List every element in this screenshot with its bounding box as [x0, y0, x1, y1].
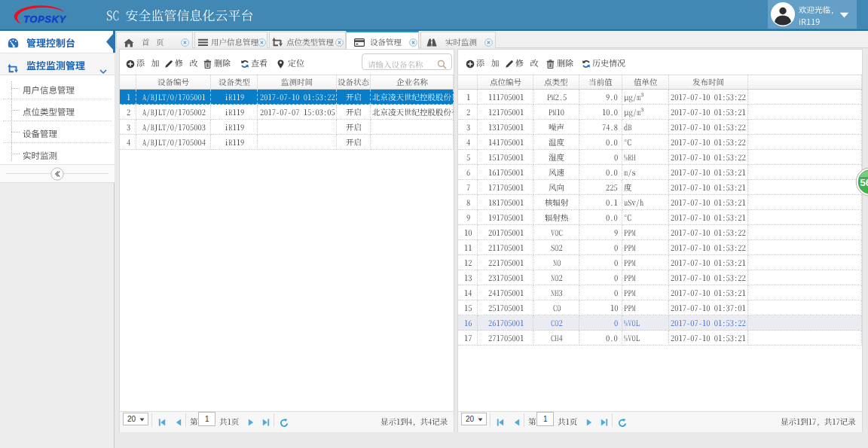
svg-text:56: 56	[860, 177, 868, 188]
svg-text:TOPSKY: TOPSKY	[23, 14, 67, 25]
